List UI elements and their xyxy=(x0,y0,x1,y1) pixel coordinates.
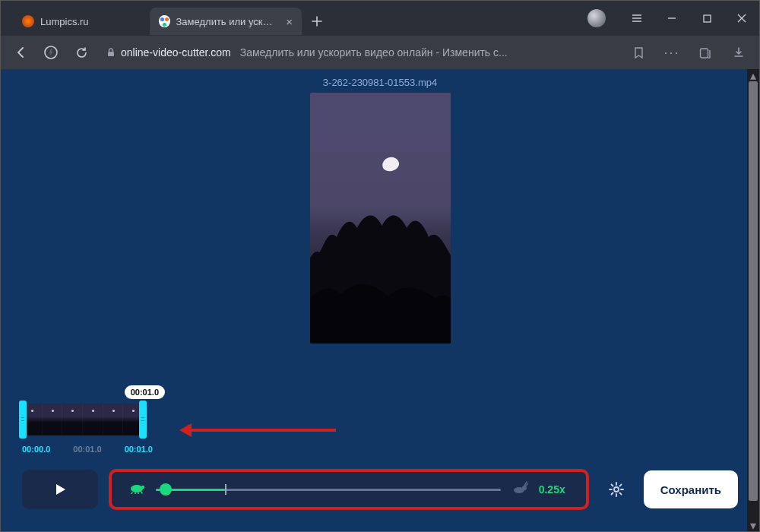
minimize-button[interactable] xyxy=(654,1,689,36)
rabbit-icon xyxy=(511,481,528,498)
svg-rect-3 xyxy=(700,49,708,58)
moon-shape xyxy=(381,155,401,173)
time-mid: 00:01.0 xyxy=(73,445,101,454)
video-filename: 3-262-230981-01553.mp4 xyxy=(1,69,759,93)
speed-control: 0.25x xyxy=(109,469,589,510)
url-domain: online-video-cutter.com xyxy=(121,46,231,59)
turtle-icon xyxy=(128,482,145,497)
tab-lumpics[interactable]: Lumpics.ru xyxy=(13,8,150,35)
clip-frames xyxy=(22,404,144,435)
address-bar: online-video-cutter.com Замедлить или ус… xyxy=(1,36,759,69)
video-preview[interactable] xyxy=(310,93,451,344)
playhead-tooltip: 00:01.0 xyxy=(125,385,165,399)
timeline-timestamps: 00:00.0 00:01.0 00:01.0 xyxy=(22,445,738,454)
back-button[interactable] xyxy=(8,40,33,65)
downloads-button[interactable] xyxy=(726,40,752,65)
video-preview-wrap xyxy=(1,93,759,344)
annotation-arrow xyxy=(179,423,336,437)
scroll-up-icon[interactable]: ▴ xyxy=(747,69,759,81)
svg-point-8 xyxy=(614,487,619,492)
url-page-title: Замедлить или ускорить видео онлайн - Из… xyxy=(240,46,508,59)
time-start: 00:00.0 xyxy=(22,445,50,454)
lock-icon xyxy=(106,47,116,58)
browser-titlebar: Lumpics.ru Замедлить или ускорит × xyxy=(1,1,759,36)
reload-button[interactable] xyxy=(69,40,93,65)
timeline-area: 00:01.0 00:00.0 00:01.0 00:01.0 xyxy=(1,404,759,454)
svg-rect-0 xyxy=(704,15,711,22)
more-button[interactable]: ··· xyxy=(659,40,685,65)
slider-knob[interactable] xyxy=(160,483,172,496)
speed-slider[interactable] xyxy=(156,482,501,497)
vertical-scrollbar[interactable]: ▴ ▾ xyxy=(747,69,759,531)
close-icon[interactable]: × xyxy=(286,15,293,28)
url-field[interactable]: online-video-cutter.com Замедлить или ус… xyxy=(106,40,508,65)
favicon-lumpics xyxy=(22,15,34,27)
tab-label: Lumpics.ru xyxy=(40,16,89,27)
trim-handle-right[interactable] xyxy=(139,401,147,439)
trim-handle-left[interactable] xyxy=(19,401,27,439)
controls-bar: 0.25x Сохранить xyxy=(1,454,759,531)
settings-button[interactable] xyxy=(600,473,633,506)
scroll-down-icon[interactable]: ▾ xyxy=(747,519,759,531)
profile-avatar[interactable] xyxy=(587,9,606,27)
svg-rect-2 xyxy=(108,52,114,56)
bookmark-button[interactable] xyxy=(625,40,651,65)
scroll-thumb[interactable] xyxy=(749,81,758,501)
speed-value: 0.25x xyxy=(539,483,569,496)
close-window-button[interactable] xyxy=(724,1,759,36)
play-button[interactable] xyxy=(22,470,98,509)
favicon-cutter xyxy=(159,15,170,27)
maximize-button[interactable] xyxy=(689,1,724,36)
collections-button[interactable] xyxy=(692,40,718,65)
save-label: Сохранить xyxy=(660,483,721,496)
yandex-home-button[interactable] xyxy=(39,40,63,65)
menu-button[interactable] xyxy=(619,1,654,36)
tab-video-cutter[interactable]: Замедлить или ускорит × xyxy=(150,8,302,35)
time-end: 00:01.0 xyxy=(125,445,153,454)
tab-label: Замедлить или ускорит xyxy=(176,16,274,27)
new-tab-button[interactable] xyxy=(306,11,328,32)
window-controls xyxy=(587,1,759,36)
save-button[interactable]: Сохранить xyxy=(644,470,738,508)
svg-point-5 xyxy=(141,486,144,489)
trees-silhouette xyxy=(310,207,451,344)
timeline-clip[interactable]: 00:01.0 xyxy=(22,404,144,440)
editor-page: 3-262-230981-01553.mp4 00:01.0 00:00.0 0… xyxy=(1,69,759,531)
